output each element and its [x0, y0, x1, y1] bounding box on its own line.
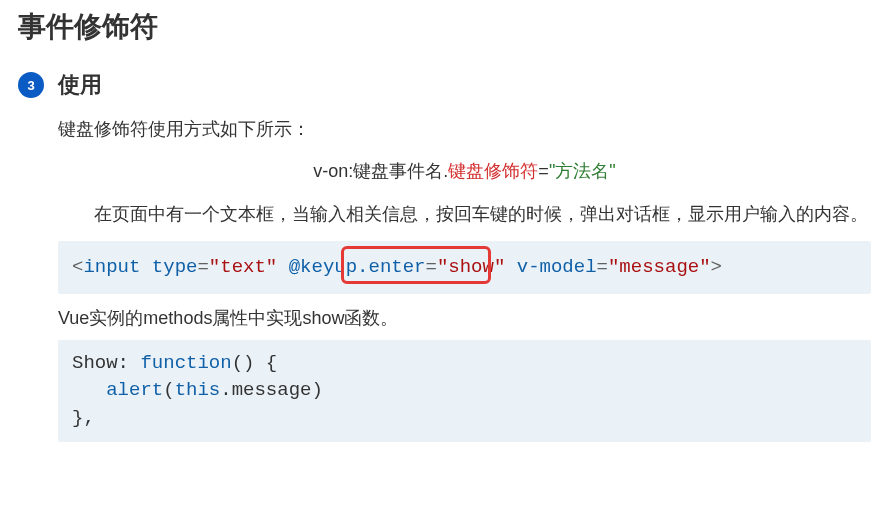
- code-gt: >: [711, 256, 722, 278]
- code-paren-alert: (: [163, 379, 174, 401]
- code-val-text: "text": [209, 256, 277, 278]
- code-attr-type: type: [152, 256, 198, 278]
- syntax-part1: v-on:键盘事件名.: [313, 161, 448, 181]
- code-attr-vmodel: v-model: [517, 256, 597, 278]
- code-eq2: =: [426, 256, 437, 278]
- code-lt: <: [72, 256, 83, 278]
- code-val-message: "message": [608, 256, 711, 278]
- code-attr-keyup: @keyup.enter: [289, 256, 426, 278]
- section-content: 键盘修饰符使用方式如下所示： v-on:键盘事件名.键盘修饰符="方法名" 在页…: [18, 114, 871, 442]
- code-tag-input: input: [83, 256, 140, 278]
- section-header: 3 使用: [18, 70, 871, 100]
- code-eq1: =: [197, 256, 208, 278]
- code-close: },: [72, 407, 95, 429]
- section-number-badge: 3: [18, 72, 44, 98]
- intro-paragraph: 键盘修饰符使用方式如下所示：: [58, 114, 871, 145]
- code-alert: alert: [106, 379, 163, 401]
- syntax-method: "方法名": [549, 161, 616, 181]
- code-this: this: [175, 379, 221, 401]
- code-block-input: <input type="text" @keyup.enter="show" v…: [58, 241, 871, 294]
- syntax-modifier: 键盘修饰符: [448, 161, 538, 181]
- code-val-show: "show": [437, 256, 505, 278]
- code-message: .message): [220, 379, 323, 401]
- main-title: 事件修饰符: [18, 8, 871, 46]
- code-indent: [72, 379, 106, 401]
- syntax-eq: =: [538, 161, 549, 181]
- code-block-show: Show: function() { alert(this.message) }…: [58, 340, 871, 443]
- syntax-line: v-on:键盘事件名.键盘修饰符="方法名": [58, 159, 871, 183]
- code-paren-open: () {: [232, 352, 278, 374]
- document-container: 事件修饰符 3 使用 键盘修饰符使用方式如下所示： v-on:键盘事件名.键盘修…: [0, 0, 889, 442]
- section-title: 使用: [58, 70, 102, 100]
- description-paragraph: 在页面中有一个文本框，当输入相关信息，按回车键的时候，弹出对话框，显示用户输入的…: [58, 199, 871, 230]
- code-function: function: [140, 352, 231, 374]
- code-eq3: =: [597, 256, 608, 278]
- code-show-key: Show: [72, 352, 118, 374]
- followup-paragraph: Vue实例的methods属性中实现show函数。: [58, 306, 871, 330]
- code-colon: :: [118, 352, 141, 374]
